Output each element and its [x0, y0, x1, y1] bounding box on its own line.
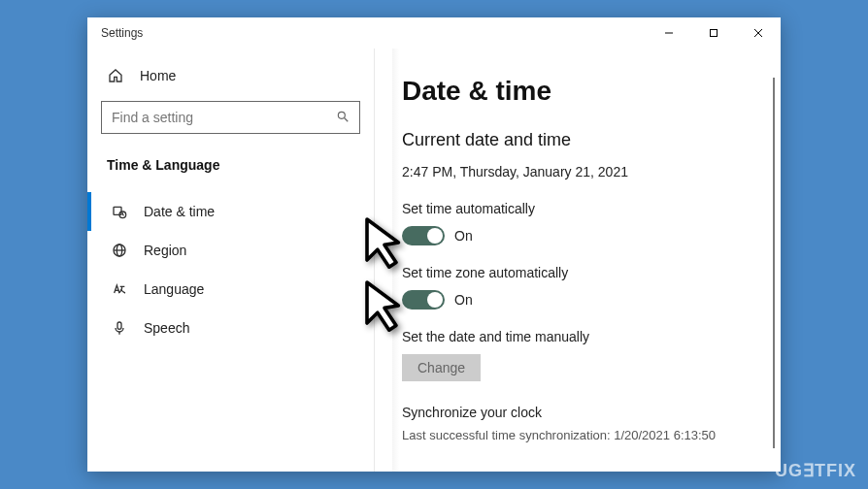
search-input[interactable] [112, 110, 336, 125]
svg-rect-14 [117, 322, 121, 329]
content-area: Home Time & Language Date & time [87, 49, 781, 472]
set-time-auto-toggle[interactable] [402, 226, 445, 245]
change-button[interactable]: Change [402, 354, 481, 381]
search-box[interactable] [101, 101, 360, 134]
language-icon [111, 281, 128, 297]
set-manual-label: Set the date and time manually [402, 329, 763, 344]
globe-icon [111, 243, 128, 258]
home-link[interactable]: Home [101, 60, 360, 93]
window-controls [647, 17, 781, 49]
set-time-auto-toggle-row: On [402, 226, 763, 245]
sync-info: Last successful time synchronization: 1/… [402, 428, 763, 442]
sync-heading: Synchronize your clock [402, 405, 763, 420]
current-datetime: 2:47 PM, Thursday, January 21, 2021 [402, 164, 763, 179]
set-time-auto-state: On [454, 228, 473, 244]
svg-line-5 [345, 117, 349, 121]
clock-calendar-icon [111, 204, 128, 219]
set-tz-auto-toggle-row: On [402, 290, 763, 310]
microphone-icon [111, 320, 128, 336]
section-label: Time & Language [101, 151, 360, 179]
maximize-button[interactable] [691, 17, 736, 49]
set-tz-auto-toggle[interactable] [402, 290, 445, 310]
main-panel: Date & time Current date and time 2:47 P… [374, 49, 781, 472]
nav-item-date-time[interactable]: Date & time [101, 192, 360, 231]
svg-rect-1 [711, 30, 718, 37]
window-title: Settings [101, 26, 647, 40]
scrollbar[interactable] [773, 78, 775, 448]
settings-window: Settings Home [87, 17, 781, 472]
set-tz-auto-state: On [454, 292, 473, 308]
nav-item-label: Language [144, 281, 204, 297]
nav-list: Date & time Region Language [101, 192, 360, 347]
nav-item-label: Region [144, 243, 186, 258]
nav-item-region[interactable]: Region [101, 231, 360, 270]
nav-item-language[interactable]: Language [101, 270, 360, 309]
nav-item-label: Date & time [144, 204, 215, 219]
set-time-auto-label: Set time automatically [402, 201, 763, 216]
svg-line-9 [122, 214, 123, 215]
home-icon [107, 68, 124, 83]
page-heading: Date & time [402, 76, 763, 107]
nav-item-speech[interactable]: Speech [101, 309, 360, 347]
close-button[interactable] [736, 17, 781, 49]
search-icon [336, 110, 350, 126]
home-label: Home [140, 68, 176, 83]
minimize-button[interactable] [647, 17, 691, 49]
set-tz-auto-label: Set time zone automatically [402, 265, 763, 280]
toggle-knob [427, 228, 443, 244]
sidebar: Home Time & Language Date & time [87, 49, 374, 472]
toggle-knob [427, 292, 443, 308]
nav-item-label: Speech [144, 320, 189, 336]
svg-point-4 [338, 112, 345, 118]
titlebar: Settings [87, 17, 781, 49]
watermark: UG∃TFIX [775, 460, 856, 481]
subheading: Current date and time [402, 130, 763, 150]
